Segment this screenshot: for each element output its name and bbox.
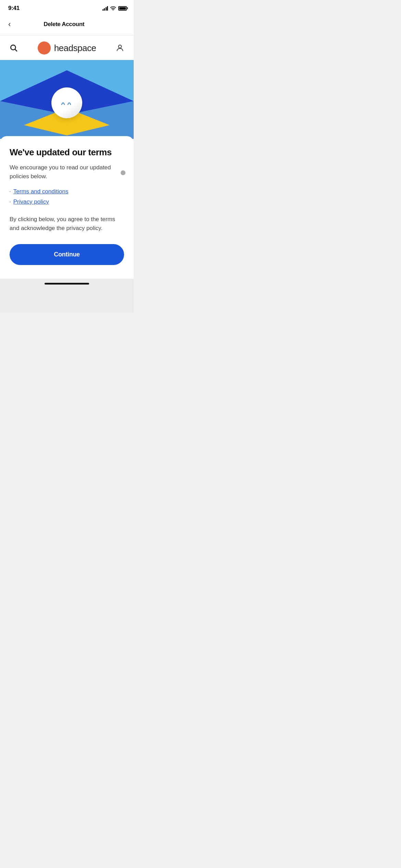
- agree-text: By clicking below, you agree to the term…: [10, 215, 124, 233]
- svg-point-3: [119, 45, 122, 48]
- scroll-indicator: [121, 170, 125, 175]
- brand-logo: headspace: [38, 41, 96, 55]
- privacy-link-item: · Privacy policy: [10, 198, 124, 205]
- logo-bar: headspace: [0, 35, 134, 60]
- card-title: We've updated our terms: [10, 147, 124, 158]
- search-icon: [9, 44, 18, 52]
- character-face: [58, 98, 75, 108]
- bullet-2: ·: [10, 200, 11, 204]
- terms-and-conditions-link[interactable]: Terms and conditions: [13, 188, 69, 195]
- wifi-icon: [110, 6, 116, 11]
- bullet-1: ·: [10, 190, 11, 194]
- page-background: [0, 279, 134, 313]
- logo-circle: [38, 41, 51, 55]
- home-bar: [45, 283, 89, 285]
- search-button[interactable]: [8, 43, 19, 53]
- svg-point-1: [11, 45, 15, 50]
- status-bar: 9:41: [0, 0, 134, 14]
- battery-icon: [118, 6, 127, 11]
- home-indicator-area: [0, 279, 134, 287]
- signal-icon: [102, 6, 108, 11]
- nav-title: Delete Account: [44, 21, 84, 28]
- status-time: 9:41: [8, 5, 20, 12]
- back-button[interactable]: ‹: [7, 19, 12, 30]
- content-card: We've updated our terms We encourage you…: [0, 136, 134, 279]
- svg-point-0: [113, 10, 113, 11]
- terms-link-item: · Terms and conditions: [10, 188, 124, 195]
- nav-bar: ‹ Delete Account: [0, 14, 134, 35]
- continue-button[interactable]: Continue: [10, 244, 124, 265]
- card-description: We encourage you to read our updated pol…: [10, 163, 124, 181]
- svg-line-2: [15, 49, 17, 51]
- status-icons: [102, 6, 127, 11]
- profile-button[interactable]: [114, 43, 125, 53]
- policy-links: · Terms and conditions · Privacy policy: [10, 188, 124, 205]
- hero-character: [51, 87, 82, 118]
- brand-name: headspace: [54, 43, 96, 53]
- hero-image: [0, 60, 134, 139]
- privacy-policy-link[interactable]: Privacy policy: [13, 198, 49, 205]
- user-icon: [116, 44, 124, 52]
